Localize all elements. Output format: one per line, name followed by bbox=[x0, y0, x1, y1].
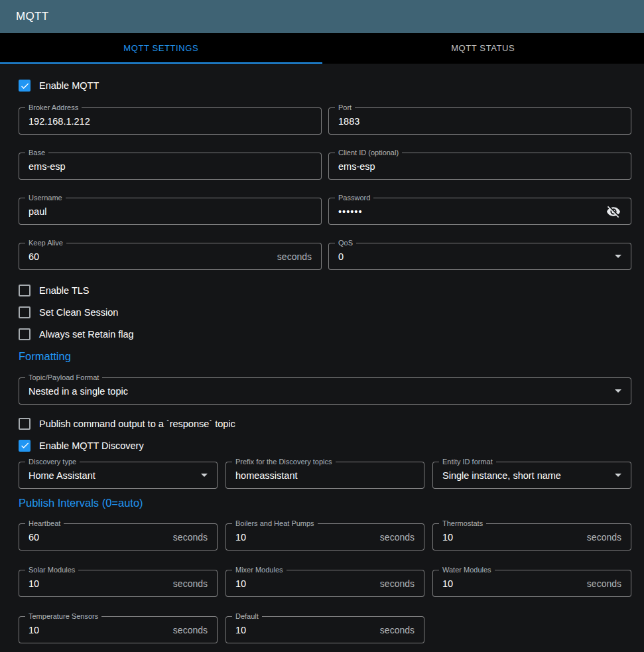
unit-suffix: seconds bbox=[173, 625, 208, 635]
keep-alive-field[interactable]: Keep Alive 60 seconds bbox=[19, 243, 322, 270]
temperature-sensors-interval-field[interactable]: Temperature Sensors 10 seconds bbox=[19, 616, 218, 643]
dropdown-arrow-icon bbox=[201, 474, 208, 477]
field-value: 192.168.1.212 bbox=[29, 116, 90, 127]
field-value: 10 bbox=[235, 532, 246, 543]
field-value: ems-esp bbox=[338, 161, 375, 172]
field-value: Home Assistant bbox=[29, 470, 96, 481]
checkbox-unchecked-icon[interactable] bbox=[19, 285, 31, 296]
formatting-section-heading: Formatting bbox=[19, 349, 631, 363]
discovery-type-select[interactable]: Discovery type Home Assistant bbox=[19, 462, 218, 489]
checkbox-checked-icon[interactable] bbox=[19, 80, 31, 92]
visibility-off-icon bbox=[606, 204, 621, 219]
enable-tls-checkbox[interactable]: Enable TLS bbox=[19, 279, 631, 301]
field-value: ems-esp bbox=[29, 161, 66, 172]
field-value: 60 bbox=[29, 251, 39, 262]
tab-mqtt-status[interactable]: MQTT STATUS bbox=[322, 33, 644, 64]
field-value: 10 bbox=[235, 625, 246, 635]
set-clean-session-checkbox[interactable]: Set Clean Session bbox=[19, 301, 631, 323]
page-title: MQTT bbox=[16, 10, 48, 23]
qos-select[interactable]: QoS 0 bbox=[328, 243, 631, 270]
intervals-row-3: Temperature Sensors 10 seconds Default 1… bbox=[19, 616, 631, 643]
checkbox-label: Enable MQTT Discovery bbox=[39, 440, 144, 451]
field-value: 10 bbox=[29, 625, 39, 635]
dropdown-arrow-icon bbox=[615, 474, 621, 477]
field-value: 10 bbox=[29, 578, 39, 589]
field-label: Default bbox=[232, 612, 262, 621]
field-value: 60 bbox=[29, 532, 39, 543]
enable-mqtt-checkbox[interactable]: Enable MQTT bbox=[19, 74, 631, 97]
entity-id-format-select[interactable]: Entity ID format Single instance, short … bbox=[432, 462, 631, 489]
intervals-row-2: Solar Modules 10 seconds Mixer Modules 1… bbox=[19, 570, 631, 597]
client-id-field[interactable]: Client ID (optional) ems-esp bbox=[328, 153, 631, 180]
field-label: Thermostats bbox=[439, 519, 486, 528]
field-value: 10 bbox=[442, 532, 453, 543]
dropdown-arrow-icon bbox=[615, 255, 621, 258]
unit-suffix: seconds bbox=[173, 578, 208, 589]
field-label: Client ID (optional) bbox=[335, 149, 402, 157]
thermostats-interval-field[interactable]: Thermostats 10 seconds bbox=[432, 523, 631, 551]
empty-grid-cell bbox=[432, 616, 631, 643]
field-label: Broker Address bbox=[25, 103, 82, 112]
field-value: Single instance, short name bbox=[442, 470, 561, 481]
publish-intervals-section-heading: Publish Intervals (0=auto) bbox=[19, 495, 631, 510]
port-field[interactable]: Port 1883 bbox=[328, 107, 631, 135]
broker-port-row: Broker Address 192.168.1.212 Port 1883 bbox=[19, 107, 631, 135]
broker-address-field[interactable]: Broker Address 192.168.1.212 bbox=[19, 107, 322, 135]
retain-flag-checkbox[interactable]: Always set Retain flag bbox=[19, 323, 631, 345]
field-label: Water Modules bbox=[439, 566, 495, 574]
topic-payload-format-select[interactable]: Topic/Payload Format Nested in a single … bbox=[19, 377, 631, 405]
field-label: Entity ID format bbox=[439, 458, 496, 466]
enable-mqtt-discovery-checkbox[interactable]: Enable MQTT Discovery bbox=[19, 434, 631, 456]
checkbox-label: Publish command output to a `response` t… bbox=[39, 419, 235, 429]
keepalive-qos-row: Keep Alive 60 seconds QoS 0 bbox=[19, 243, 631, 270]
tab-bar: MQTT SETTINGS MQTT STATUS bbox=[0, 33, 644, 64]
checkbox-label: Enable MQTT bbox=[39, 80, 99, 91]
checkbox-label: Always set Retain flag bbox=[39, 329, 134, 340]
unit-suffix: seconds bbox=[587, 532, 621, 543]
field-value: homeassistant bbox=[235, 470, 298, 481]
credentials-row: Username paul Password •••••• bbox=[19, 198, 631, 225]
water-interval-field[interactable]: Water Modules 10 seconds bbox=[432, 570, 631, 597]
field-label: Prefix for the Discovery topics bbox=[232, 458, 336, 466]
field-value: •••••• bbox=[338, 206, 362, 217]
unit-suffix: seconds bbox=[380, 532, 415, 543]
field-label: Discovery type bbox=[25, 458, 80, 466]
field-label: Password bbox=[335, 194, 373, 202]
solar-interval-field[interactable]: Solar Modules 10 seconds bbox=[19, 570, 218, 597]
tab-mqtt-settings[interactable]: MQTT SETTINGS bbox=[0, 33, 322, 64]
checkbox-label: Enable TLS bbox=[39, 285, 90, 296]
field-value: 10 bbox=[442, 578, 453, 589]
checkbox-unchecked-icon[interactable] bbox=[19, 328, 31, 340]
default-interval-field[interactable]: Default 10 seconds bbox=[225, 616, 424, 643]
checkbox-unchecked-icon[interactable] bbox=[19, 418, 31, 430]
mqtt-settings-form: Enable MQTT Broker Address 192.168.1.212… bbox=[0, 64, 644, 643]
field-value: 10 bbox=[235, 578, 246, 589]
discovery-prefix-field[interactable]: Prefix for the Discovery topics homeassi… bbox=[225, 462, 424, 489]
unit-suffix: seconds bbox=[587, 578, 621, 589]
unit-suffix: seconds bbox=[380, 625, 415, 635]
base-clientid-row: Base ems-esp Client ID (optional) ems-es… bbox=[19, 153, 631, 180]
password-field[interactable]: Password •••••• bbox=[328, 198, 631, 225]
toggle-password-visibility-button[interactable] bbox=[606, 204, 621, 220]
base-field[interactable]: Base ems-esp bbox=[19, 153, 322, 180]
field-label: Mixer Modules bbox=[232, 566, 287, 574]
checkbox-checked-icon[interactable] bbox=[19, 440, 31, 452]
field-label: Topic/Payload Format bbox=[25, 373, 102, 382]
field-label: Port bbox=[335, 103, 355, 112]
checkbox-label: Set Clean Session bbox=[39, 307, 118, 318]
heartbeat-interval-field[interactable]: Heartbeat 60 seconds bbox=[19, 523, 218, 551]
app-header: MQTT bbox=[0, 0, 644, 33]
dropdown-arrow-icon bbox=[615, 389, 621, 393]
boilers-interval-field[interactable]: Boilers and Heat Pumps 10 seconds bbox=[225, 523, 424, 551]
field-label: Solar Modules bbox=[25, 566, 78, 574]
field-label: Keep Alive bbox=[25, 239, 66, 247]
mixer-interval-field[interactable]: Mixer Modules 10 seconds bbox=[225, 570, 424, 597]
publish-response-checkbox[interactable]: Publish command output to a `response` t… bbox=[19, 413, 631, 434]
checkbox-unchecked-icon[interactable] bbox=[19, 306, 31, 318]
field-label: Temperature Sensors bbox=[25, 612, 101, 621]
discovery-row: Discovery type Home Assistant Prefix for… bbox=[19, 462, 631, 489]
field-label: Heartbeat bbox=[25, 519, 64, 528]
username-field[interactable]: Username paul bbox=[19, 198, 322, 225]
topic-format-row: Topic/Payload Format Nested in a single … bbox=[19, 377, 631, 405]
unit-suffix: seconds bbox=[380, 578, 415, 589]
